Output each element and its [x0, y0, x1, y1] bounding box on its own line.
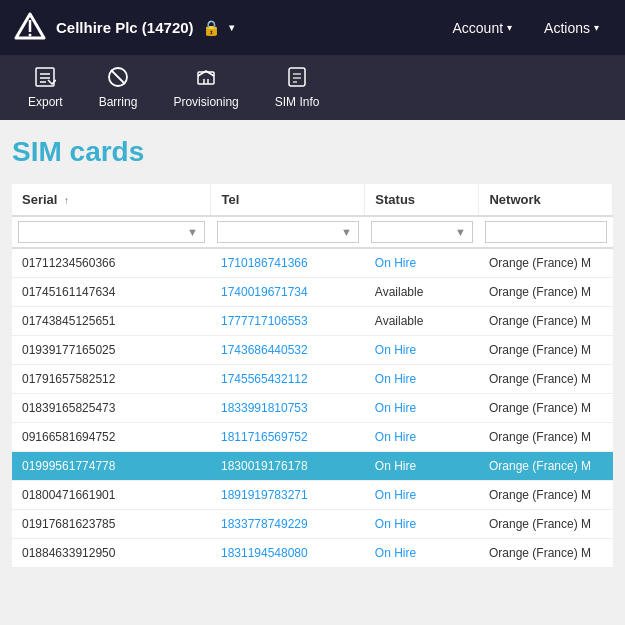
cell-serial: 01800471661901: [12, 481, 211, 510]
filter-tel-input[interactable]: [224, 225, 337, 239]
actions-chevron-icon: ▾: [594, 22, 599, 33]
cell-serial: 01791657582512: [12, 365, 211, 394]
cell-status: On Hire: [365, 365, 479, 394]
col-header-tel[interactable]: Tel: [211, 184, 365, 216]
toolbar: Export Barring Provisioning: [0, 55, 625, 120]
filter-serial-wrapper: ▼: [18, 221, 205, 243]
cell-network: Orange (France) M: [479, 481, 613, 510]
filter-network-wrapper: [485, 221, 607, 243]
table-row[interactable]: 09166581694752 1811716569752 On Hire Ora…: [12, 423, 613, 452]
col-header-network[interactable]: Network: [479, 184, 613, 216]
cell-tel: 1811716569752: [211, 423, 365, 452]
siminfo-icon: [286, 66, 308, 91]
cell-network: Orange (France) M: [479, 539, 613, 568]
cell-tel: 1710186741366: [211, 248, 365, 278]
sim-cards-table-container: Serial ↑ Tel Status Network ▼: [12, 184, 613, 568]
cell-tel: 1745565432112: [211, 365, 365, 394]
brand-name: Cellhire Plc (14720): [56, 19, 194, 36]
cell-status: On Hire: [365, 394, 479, 423]
cell-serial: 01917681623785: [12, 510, 211, 539]
cell-network: Orange (France) M: [479, 307, 613, 336]
export-icon: [34, 66, 56, 91]
col-header-serial[interactable]: Serial ↑: [12, 184, 211, 216]
cell-tel: 1740019671734: [211, 278, 365, 307]
cell-status: On Hire: [365, 248, 479, 278]
cell-network: Orange (France) M: [479, 423, 613, 452]
cell-serial: 01999561774778: [12, 452, 211, 481]
account-label: Account: [452, 20, 503, 36]
cell-status: On Hire: [365, 423, 479, 452]
table-header-row: Serial ↑ Tel Status Network: [12, 184, 613, 216]
filter-serial-input[interactable]: [25, 225, 183, 239]
cell-serial: 09166581694752: [12, 423, 211, 452]
table-row[interactable]: 01839165825473 1833991810753 On Hire Ora…: [12, 394, 613, 423]
filter-status-input[interactable]: [378, 225, 451, 239]
brand-chevron-icon[interactable]: ▾: [229, 22, 234, 33]
siminfo-button[interactable]: SIM Info: [259, 58, 336, 117]
cell-status: Available: [365, 307, 479, 336]
table-row[interactable]: 01745161147634 1740019671734 Available O…: [12, 278, 613, 307]
cell-serial: 01745161147634: [12, 278, 211, 307]
filter-network-input[interactable]: [492, 225, 600, 239]
export-label: Export: [28, 95, 63, 109]
siminfo-label: SIM Info: [275, 95, 320, 109]
cell-tel: 1830019176178: [211, 452, 365, 481]
brand-logo-area: Cellhire Plc (14720) 🔒 ▾: [12, 10, 234, 46]
table-row[interactable]: 01711234560366 1710186741366 On Hire Ora…: [12, 248, 613, 278]
account-menu[interactable]: Account ▾: [438, 14, 526, 42]
filter-cell-status: ▼: [365, 216, 479, 248]
provisioning-label: Provisioning: [173, 95, 238, 109]
table-row[interactable]: 01999561774778 1830019176178 On Hire Ora…: [12, 452, 613, 481]
lock-icon: 🔒: [202, 19, 221, 37]
svg-line-8: [111, 70, 125, 84]
export-button[interactable]: Export: [12, 58, 79, 117]
cell-status: On Hire: [365, 452, 479, 481]
page-content: SIM cards Serial ↑ Tel Status Network ▼: [0, 120, 625, 584]
cell-status: On Hire: [365, 539, 479, 568]
table-row[interactable]: 01743845125651 1777717106553 Available O…: [12, 307, 613, 336]
cell-status: Available: [365, 278, 479, 307]
provisioning-icon: [195, 66, 217, 91]
cell-serial: 01884633912950: [12, 539, 211, 568]
cell-status: On Hire: [365, 510, 479, 539]
cell-serial: 01711234560366: [12, 248, 211, 278]
cell-network: Orange (France) M: [479, 365, 613, 394]
table-row[interactable]: 01791657582512 1745565432112 On Hire Ora…: [12, 365, 613, 394]
actions-label: Actions: [544, 20, 590, 36]
top-navigation: Cellhire Plc (14720) 🔒 ▾ Account ▾ Actio…: [0, 0, 625, 55]
svg-point-2: [29, 33, 32, 36]
cell-serial: 01839165825473: [12, 394, 211, 423]
cell-tel: 1891919783271: [211, 481, 365, 510]
cell-tel: 1777717106553: [211, 307, 365, 336]
filter-serial-icon: ▼: [187, 226, 198, 238]
barring-button[interactable]: Barring: [83, 58, 154, 117]
table-row[interactable]: 01800471661901 1891919783271 On Hire Ora…: [12, 481, 613, 510]
cell-network: Orange (France) M: [479, 278, 613, 307]
cell-network: Orange (France) M: [479, 394, 613, 423]
barring-icon: [107, 66, 129, 91]
cell-network: Orange (France) M: [479, 452, 613, 481]
svg-rect-12: [289, 68, 305, 86]
cell-tel: 1833778749229: [211, 510, 365, 539]
table-row[interactable]: 01917681623785 1833778749229 On Hire Ora…: [12, 510, 613, 539]
cell-status: On Hire: [365, 336, 479, 365]
cell-serial: 01743845125651: [12, 307, 211, 336]
filter-cell-network: [479, 216, 613, 248]
cell-status: On Hire: [365, 481, 479, 510]
filter-status-wrapper: ▼: [371, 221, 473, 243]
account-chevron-icon: ▾: [507, 22, 512, 33]
col-header-status[interactable]: Status: [365, 184, 479, 216]
cell-tel: 1833991810753: [211, 394, 365, 423]
table-body: 01711234560366 1710186741366 On Hire Ora…: [12, 248, 613, 568]
filter-tel-wrapper: ▼: [217, 221, 359, 243]
sim-cards-table: Serial ↑ Tel Status Network ▼: [12, 184, 613, 568]
table-row[interactable]: 01884633912950 1831194548080 On Hire Ora…: [12, 539, 613, 568]
provisioning-button[interactable]: Provisioning: [157, 58, 254, 117]
cell-network: Orange (France) M: [479, 248, 613, 278]
table-row[interactable]: 01939177165025 1743686440532 On Hire Ora…: [12, 336, 613, 365]
page-title: SIM cards: [12, 136, 613, 168]
barring-label: Barring: [99, 95, 138, 109]
table-filter-row: ▼ ▼ ▼: [12, 216, 613, 248]
nav-links: Account ▾ Actions ▾: [438, 14, 613, 42]
actions-menu[interactable]: Actions ▾: [530, 14, 613, 42]
